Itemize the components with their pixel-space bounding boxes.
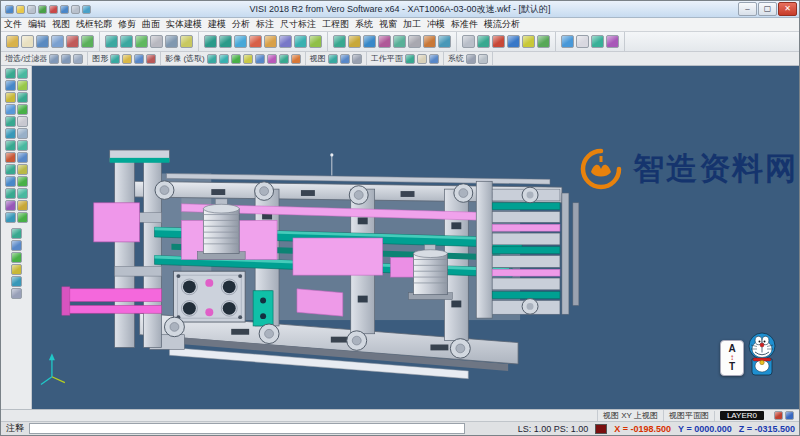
menu-item[interactable]: 编辑	[25, 18, 49, 31]
cad-model-canvas[interactable]	[32, 66, 799, 409]
toolbar-icon[interactable]	[105, 35, 118, 48]
quick-access-icon[interactable]	[38, 5, 47, 14]
toolbar-icon[interactable]	[408, 35, 421, 48]
toolbar-icon[interactable]	[478, 54, 488, 64]
toolbar-icon[interactable]	[122, 54, 132, 64]
left-toolbar-icon[interactable]	[5, 164, 16, 175]
quick-access-icon[interactable]	[16, 5, 25, 14]
left-toolbar-icon[interactable]	[17, 212, 28, 223]
left-toolbar-icon[interactable]	[11, 240, 22, 251]
left-toolbar-icon[interactable]	[5, 200, 16, 211]
toolbar-icon[interactable]	[165, 35, 178, 48]
left-toolbar-icon[interactable]	[5, 188, 16, 199]
menu-item[interactable]: 尺寸标注	[277, 18, 319, 31]
menu-item[interactable]: 系统	[352, 18, 376, 31]
menu-item[interactable]: 视窗	[376, 18, 400, 31]
toolbar-icon[interactable]	[462, 35, 475, 48]
menu-item[interactable]: 曲面	[139, 18, 163, 31]
toolbar-icon[interactable]	[492, 35, 505, 48]
status-icon[interactable]	[785, 411, 794, 420]
left-toolbar-icon[interactable]	[17, 176, 28, 187]
toolbar-icon[interactable]	[110, 54, 120, 64]
menu-item[interactable]: 修剪	[115, 18, 139, 31]
menu-item[interactable]: 加工	[400, 18, 424, 31]
menu-item[interactable]: 标准件	[448, 18, 481, 31]
menu-item[interactable]: 线框轮廓	[73, 18, 115, 31]
toolbar-icon[interactable]	[267, 54, 277, 64]
toolbar-icon[interactable]	[333, 35, 346, 48]
toolbar-icon[interactable]	[73, 54, 83, 64]
left-toolbar-icon[interactable]	[11, 252, 22, 263]
toolbar-icon[interactable]	[417, 54, 427, 64]
toolbar-icon[interactable]	[219, 35, 232, 48]
toolbar-icon[interactable]	[135, 35, 148, 48]
toolbar-icon[interactable]	[231, 54, 241, 64]
toolbar-icon[interactable]	[255, 54, 265, 64]
left-toolbar-icon[interactable]	[11, 228, 22, 239]
quick-access-icon[interactable]	[5, 5, 14, 14]
quick-access-icon[interactable]	[71, 5, 80, 14]
toolbar-icon[interactable]	[423, 35, 436, 48]
toolbar-icon[interactable]	[134, 54, 144, 64]
left-toolbar-icon[interactable]	[17, 116, 28, 127]
toolbar-icon[interactable]	[150, 35, 163, 48]
toolbar-icon[interactable]	[180, 35, 193, 48]
toolbar-icon[interactable]	[264, 35, 277, 48]
toolbar-icon[interactable]	[61, 54, 71, 64]
active-color-swatch[interactable]	[595, 424, 607, 434]
left-toolbar-icon[interactable]	[17, 68, 28, 79]
view-orientation-label[interactable]: 视图 XY 上视图	[597, 410, 663, 421]
left-toolbar-icon[interactable]	[17, 128, 28, 139]
left-toolbar-icon[interactable]	[17, 92, 28, 103]
toolbar-icon[interactable]	[309, 35, 322, 48]
toolbar-icon[interactable]	[243, 54, 253, 64]
left-toolbar-icon[interactable]	[17, 188, 28, 199]
left-toolbar-icon[interactable]	[11, 276, 22, 287]
toolbar-icon[interactable]	[294, 35, 307, 48]
menu-item[interactable]: 实体建模	[163, 18, 205, 31]
toolbar-icon[interactable]	[606, 35, 619, 48]
quick-access-icon[interactable]	[49, 5, 58, 14]
view-plane-label[interactable]: 视图平面图	[663, 410, 714, 421]
toolbar-icon[interactable]	[576, 35, 589, 48]
toolbar-icon[interactable]	[393, 35, 406, 48]
toolbar-icon[interactable]	[81, 35, 94, 48]
toolbar-icon[interactable]	[466, 54, 476, 64]
quick-access-icon[interactable]	[82, 5, 91, 14]
toolbar-icon[interactable]	[49, 54, 59, 64]
left-toolbar-icon[interactable]	[17, 200, 28, 211]
toolbar-icon[interactable]	[6, 35, 19, 48]
toolbar-icon[interactable]	[279, 54, 289, 64]
status-icon[interactable]	[774, 411, 783, 420]
toolbar-icon[interactable]	[363, 35, 376, 48]
left-toolbar-icon[interactable]	[5, 92, 16, 103]
left-toolbar-icon[interactable]	[5, 104, 16, 115]
minimize-button[interactable]: –	[738, 2, 757, 16]
left-toolbar-icon[interactable]	[17, 152, 28, 163]
toolbar-icon[interactable]	[207, 54, 217, 64]
toolbar-icon[interactable]	[234, 35, 247, 48]
close-button[interactable]: ✕	[778, 2, 797, 16]
toolbar-icon[interactable]	[507, 35, 520, 48]
toolbar-icon[interactable]	[438, 35, 451, 48]
left-toolbar-icon[interactable]	[5, 116, 16, 127]
left-toolbar-icon[interactable]	[17, 104, 28, 115]
toolbar-icon[interactable]	[291, 54, 301, 64]
toolbar-icon[interactable]	[405, 54, 415, 64]
left-toolbar-icon[interactable]	[5, 176, 16, 187]
toolbar-icon[interactable]	[120, 35, 133, 48]
left-toolbar-icon[interactable]	[5, 152, 16, 163]
toolbar-icon[interactable]	[522, 35, 535, 48]
menu-item[interactable]: 文件	[1, 18, 25, 31]
layer-indicator[interactable]: LAYER0	[714, 411, 769, 421]
toolbar-icon[interactable]	[204, 35, 217, 48]
left-toolbar-icon[interactable]	[17, 140, 28, 151]
toolbar-icon[interactable]	[591, 35, 604, 48]
note-input[interactable]	[29, 423, 465, 434]
menu-item[interactable]: 标注	[253, 18, 277, 31]
menu-item[interactable]: 建模	[205, 18, 229, 31]
maximize-button[interactable]: ▢	[758, 2, 777, 16]
toolbar-icon[interactable]	[51, 35, 64, 48]
toolbar-icon[interactable]	[249, 35, 262, 48]
toolbar-icon[interactable]	[146, 54, 156, 64]
